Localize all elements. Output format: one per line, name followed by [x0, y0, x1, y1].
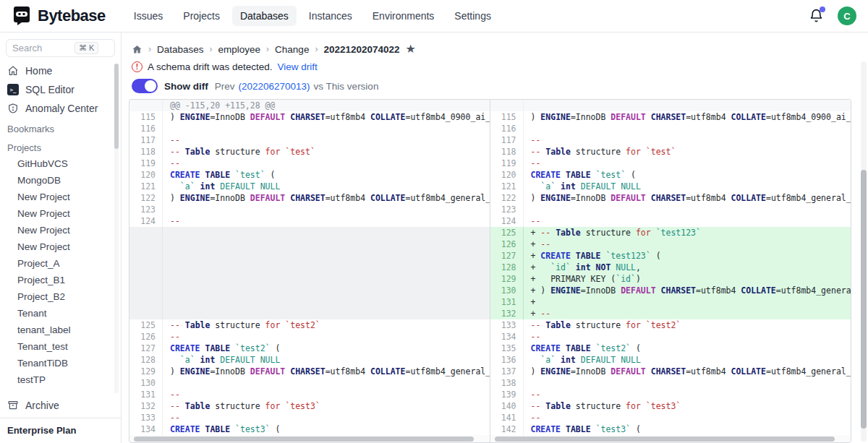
sidebar-project-item[interactable]: testTP — [0, 371, 121, 388]
home-icon[interactable] — [132, 44, 142, 55]
diff-code-row: 135CREATE TABLE `test2` ( — [490, 343, 851, 354]
diff-code-row: 139-- — [490, 389, 851, 400]
diff-code-row: 120CREATE TABLE `test` ( — [129, 169, 490, 181]
diff-spacer-row — [129, 273, 490, 285]
diff-pane-right: 115) ENGINE=InnoDB DEFAULT CHARSET=utf8m… — [490, 100, 851, 442]
home-icon — [7, 65, 19, 77]
line-number: 127 — [490, 250, 524, 262]
diff-pane-left: @@ -115,20 +115,28 @@115) ENGINE=InnoDB … — [129, 100, 490, 442]
line-number — [129, 100, 163, 111]
nav-item-environments[interactable]: Environments — [365, 6, 443, 26]
bookmark-star-icon[interactable]: ★ — [406, 43, 416, 55]
show-diff-toggle[interactable] — [132, 79, 158, 93]
code-line: -- — [163, 134, 180, 146]
sidebar-item-home[interactable]: Home — [0, 61, 121, 80]
sidebar-project-item[interactable]: MongoDB — [0, 172, 121, 189]
nav-item-projects[interactable]: Projects — [175, 6, 228, 26]
code-line: -- — [163, 215, 180, 227]
diff-code-row: 127CREATE TABLE `test2` ( — [129, 343, 490, 354]
code-line: -- — [163, 412, 180, 423]
line-number — [129, 296, 163, 308]
breadcrumb: ›Databases›employee›Change›2022120207402… — [132, 43, 868, 55]
vs-label: vs This version — [314, 81, 379, 92]
sidebar-project-item[interactable]: Tenant_test — [0, 338, 121, 355]
sidebar-project-item[interactable]: New Project — [0, 238, 121, 255]
diff-code-row: 121 `a` int DEFAULT NULL — [490, 181, 851, 192]
breadcrumb-item[interactable]: 20221202074022 — [323, 44, 399, 55]
code-line: -- — [524, 389, 541, 400]
show-diff-label: Show diff — [164, 81, 208, 92]
page-vscrollbar[interactable] — [861, 61, 867, 442]
diff-hunk-header — [490, 100, 851, 111]
sidebar-project-item[interactable]: Project_B2 — [0, 288, 121, 305]
sidebar-project-item[interactable]: TiDB Cloud — [0, 388, 121, 393]
sidebar-item-anomaly-center[interactable]: Anomaly Center — [0, 99, 121, 118]
diff-code-row: 138 — [490, 377, 851, 389]
sidebar-item-archive[interactable]: Archive — [0, 393, 121, 418]
code-line: -- — [163, 331, 180, 343]
schema-drift-alert: ! A schema drift was detected. View drif… — [132, 61, 868, 72]
sidebar-project-item[interactable]: New Project — [0, 189, 121, 205]
code-line: -- Table structure for `test2` — [163, 319, 320, 331]
right-hscrollbar[interactable] — [490, 435, 851, 443]
top-navbar: Bytebase IssuesProjectsDatabasesInstance… — [0, 0, 868, 33]
line-number: 116 — [490, 123, 524, 134]
code-line — [163, 262, 170, 273]
sidebar-list: Home>_SQL EditorAnomaly CenterBookmarksP… — [0, 61, 121, 393]
notifications-button[interactable] — [809, 8, 825, 24]
diff-code-row: 129) ENGINE=InnoDB DEFAULT CHARSET=utf8m… — [129, 366, 490, 377]
view-drift-link[interactable]: View drift — [278, 61, 318, 72]
code-line: ) ENGINE=InnoDB DEFAULT CHARSET=utf8mb4 … — [163, 366, 490, 377]
sidebar-project-item[interactable]: New Project — [0, 222, 121, 238]
sidebar-project-item[interactable]: Project_B1 — [0, 272, 121, 288]
code-line: CREATE TABLE `test3` ( — [524, 423, 641, 435]
avatar[interactable]: C — [838, 7, 856, 25]
diff-left-rows: @@ -115,20 +115,28 @@115) ENGINE=InnoDB … — [129, 100, 490, 435]
sidebar-project-item[interactable]: New Project — [0, 205, 121, 222]
prev-version-link[interactable]: (202206270013) — [239, 81, 310, 92]
diff-code-row: 124-- — [490, 215, 851, 227]
terminal-icon: >_ — [7, 84, 19, 95]
sidebar-item-sql-editor[interactable]: >_SQL Editor — [0, 80, 121, 99]
line-number: 133 — [490, 319, 524, 331]
brand[interactable]: Bytebase — [12, 6, 106, 26]
nav-item-settings[interactable]: Settings — [446, 6, 499, 26]
line-number: 131 — [490, 296, 524, 308]
line-number: 134 — [490, 331, 524, 343]
breadcrumb-item[interactable]: employee — [218, 44, 261, 55]
code-line — [524, 204, 531, 215]
sidebar-scrollbar[interactable] — [114, 64, 119, 393]
sidebar-project-item[interactable]: GitHubVCS — [0, 155, 121, 172]
code-line — [163, 377, 170, 389]
code-line: `a` int DEFAULT NULL — [163, 354, 280, 366]
diff-code-row: 134-- — [490, 331, 851, 343]
diff-code-row: 116 — [129, 123, 490, 134]
code-line: + `id` int NOT NULL, — [524, 262, 641, 273]
code-line: ) ENGINE=InnoDB DEFAULT CHARSET=utf8mb4 … — [524, 366, 851, 377]
sidebar-section-projects: Projects — [0, 137, 121, 155]
search-box[interactable]: ⌘ K — [6, 39, 115, 57]
left-hscrollbar[interactable] — [129, 435, 490, 443]
line-number: 130 — [490, 285, 524, 296]
sidebar-project-item[interactable]: tenant_label — [0, 322, 121, 338]
breadcrumb-separator: › — [148, 44, 151, 54]
sidebar-project-item[interactable]: Tenant — [0, 305, 121, 322]
code-line — [163, 273, 170, 285]
code-line: CREATE TABLE `test2` ( — [163, 343, 280, 354]
diff-code-row: 137) ENGINE=InnoDB DEFAULT CHARSET=utf8m… — [490, 366, 851, 377]
sidebar-project-item[interactable]: TenantTiDB — [0, 355, 121, 371]
nav-item-issues[interactable]: Issues — [126, 6, 171, 26]
nav-item-databases[interactable]: Databases — [232, 6, 297, 26]
diff-code-row: 115) ENGINE=InnoDB DEFAULT CHARSET=utf8m… — [129, 111, 490, 123]
sidebar-project-item[interactable]: Project_A — [0, 255, 121, 272]
code-line: + PRIMARY KEY (`id`) — [524, 273, 641, 285]
breadcrumb-item[interactable]: Change — [275, 44, 309, 55]
breadcrumb-item[interactable]: Databases — [157, 44, 204, 55]
search-input[interactable] — [12, 43, 75, 53]
diff-hunk-header: @@ -115,20 +115,28 @@ — [129, 100, 490, 111]
nav-item-instances[interactable]: Instances — [301, 6, 360, 26]
diff-code-row: 122) ENGINE=InnoDB DEFAULT CHARSET=utf8m… — [490, 192, 851, 204]
line-number: 123 — [129, 204, 163, 215]
breadcrumb-separator: › — [315, 44, 318, 54]
diff-code-row: 130 — [129, 377, 490, 389]
